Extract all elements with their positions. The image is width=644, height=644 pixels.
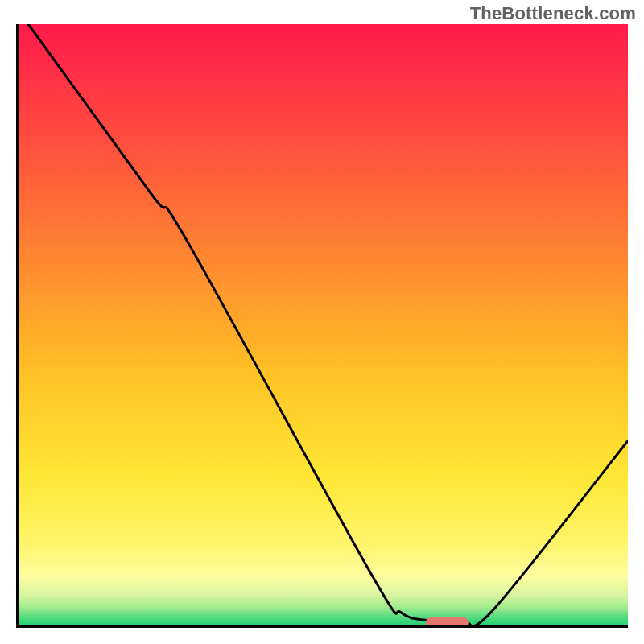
y-axis-line: [16, 24, 19, 628]
watermark-text: TheBottleneck.com: [470, 3, 636, 24]
bottleneck-curve-path: [28, 24, 628, 626]
plot-area: [16, 24, 628, 628]
x-axis-line: [16, 625, 628, 628]
bottleneck-curve-svg: [16, 24, 628, 628]
